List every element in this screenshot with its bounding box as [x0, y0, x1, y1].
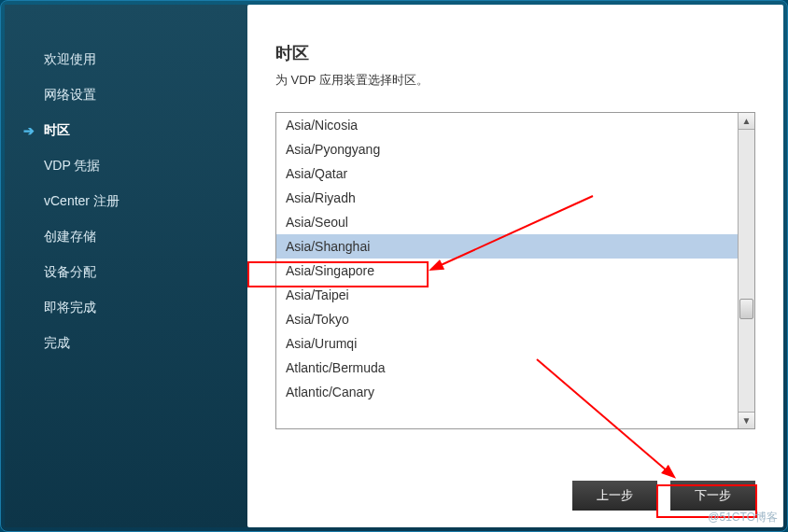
scroll-down-icon[interactable]: ▼ — [739, 412, 754, 428]
timezone-option[interactable]: Asia/Nicosia — [276, 113, 738, 137]
timezone-option[interactable]: Atlantic/Canary — [276, 380, 738, 404]
sidebar-item-label: 欢迎使用 — [44, 51, 96, 68]
sidebar-item-label: 网络设置 — [44, 87, 96, 104]
timezone-option[interactable]: Asia/Singapore — [276, 259, 738, 283]
timezone-option[interactable]: Asia/Riyadh — [276, 186, 738, 210]
sidebar-item-label: vCenter 注册 — [44, 193, 120, 210]
page-title: 时区 — [275, 42, 755, 64]
scroll-up-icon[interactable]: ▲ — [739, 113, 754, 130]
main-panel: 时区 为 VDP 应用装置选择时区。 Asia/Nicosia Asia/Pyo… — [247, 5, 783, 527]
timezone-option[interactable]: Asia/Tokyo — [276, 307, 738, 331]
sidebar-item-device-allocation[interactable]: 设备分配 — [23, 255, 247, 290]
timezone-option[interactable]: Asia/Urumqi — [276, 331, 738, 356]
timezone-option-selected[interactable]: Asia/Shanghai — [276, 234, 738, 259]
sidebar-item-label: 即将完成 — [44, 300, 96, 316]
timezone-option[interactable]: Asia/Seoul — [276, 210, 738, 234]
sidebar-item-welcome[interactable]: 欢迎使用 — [23, 42, 247, 77]
scrollbar[interactable]: ▲ ▼ — [738, 113, 754, 428]
sidebar-item-ready-complete[interactable]: 即将完成 — [23, 290, 247, 326]
sidebar-item-timezone[interactable]: ➔ 时区 — [23, 113, 247, 148]
sidebar-item-create-storage[interactable]: 创建存储 — [23, 219, 247, 255]
next-button[interactable]: 下一步 — [670, 481, 755, 511]
sidebar-item-label: 创建存储 — [44, 229, 96, 245]
timezone-option[interactable]: Asia/Pyongyang — [276, 137, 738, 161]
watermark: @51CTO博客 — [708, 510, 778, 525]
sidebar-item-vdp-credentials[interactable]: VDP 凭据 — [23, 148, 247, 184]
sidebar-item-label: 时区 — [44, 122, 70, 139]
timezone-listbox-wrapper: Asia/Nicosia Asia/Pyongyang Asia/Qatar A… — [275, 112, 755, 429]
scroll-thumb[interactable] — [739, 299, 753, 319]
scroll-track[interactable] — [739, 130, 754, 412]
sidebar-item-label: 设备分配 — [44, 264, 96, 281]
prev-button[interactable]: 上一步 — [572, 481, 657, 511]
wizard-window: 欢迎使用 网络设置 ➔ 时区 VDP 凭据 vCenter 注册 创建存储 设备… — [0, 0, 788, 532]
sidebar-item-label: VDP 凭据 — [44, 158, 100, 175]
timezone-listbox[interactable]: Asia/Nicosia Asia/Pyongyang Asia/Qatar A… — [276, 113, 738, 428]
sidebar: 欢迎使用 网络设置 ➔ 时区 VDP 凭据 vCenter 注册 创建存储 设备… — [5, 5, 247, 527]
timezone-option[interactable]: Asia/Qatar — [276, 161, 738, 186]
sidebar-item-label: 完成 — [44, 335, 70, 352]
button-bar: 上一步 下一步 — [572, 481, 755, 511]
sidebar-item-complete[interactable]: 完成 — [23, 326, 247, 361]
timezone-option[interactable]: Asia/Taipei — [276, 283, 738, 307]
sidebar-item-network[interactable]: 网络设置 — [23, 77, 247, 113]
sidebar-item-vcenter-register[interactable]: vCenter 注册 — [23, 184, 247, 219]
arrow-right-icon: ➔ — [23, 123, 35, 138]
timezone-option[interactable]: Atlantic/Bermuda — [276, 356, 738, 380]
page-subtitle: 为 VDP 应用装置选择时区。 — [275, 72, 755, 89]
